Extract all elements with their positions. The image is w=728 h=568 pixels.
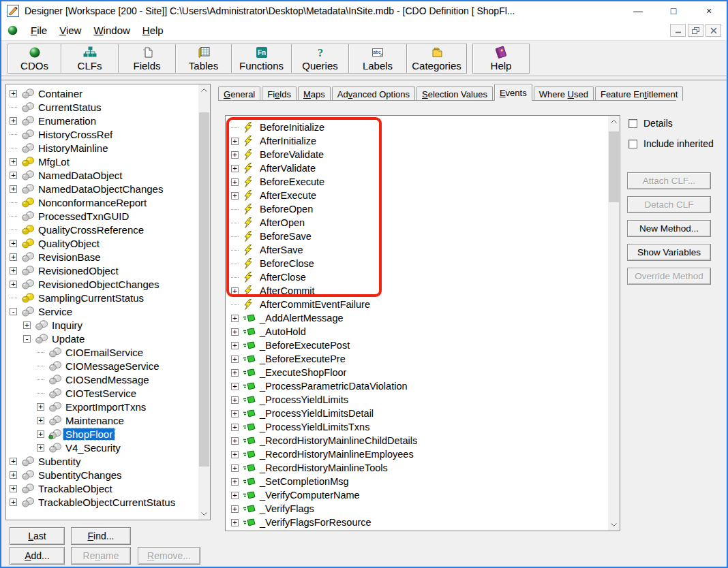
event-item-aftercommiteventfailure[interactable]: AfterCommitEventFailure (226, 298, 608, 311)
method-item-_processparametricdataviolation[interactable]: +_ProcessParametricDataViolation (226, 379, 608, 393)
tree-expand-plus-icon[interactable]: + (231, 287, 239, 295)
toolbar-button-queries[interactable]: ?Queries (291, 44, 349, 74)
event-item-aftercommit[interactable]: +AfterCommit (226, 284, 608, 298)
method-item-_verifyflags[interactable]: +_VerifyFlags (226, 502, 608, 516)
method-item-_verifycomputername[interactable]: +_VerifyComputerName (226, 488, 608, 502)
event-item-aftervalidate[interactable]: +AfterValidate (226, 161, 608, 175)
minimize-icon[interactable]: — (620, 1, 656, 20)
menu-window[interactable]: Window (87, 22, 136, 39)
method-item-_recordhistorymainlinechilddetails[interactable]: +_RecordHistoryMainlineChildDetails (226, 434, 608, 447)
tree-expand-plus-icon[interactable]: + (10, 172, 17, 179)
tree-expand-plus-icon[interactable]: + (10, 240, 17, 247)
event-item-afterexecute[interactable]: +AfterExecute (226, 189, 608, 202)
tree-expand-plus-icon[interactable]: + (231, 464, 239, 472)
tree-expand-plus-icon[interactable]: + (231, 437, 239, 445)
toolbar-button-labels[interactable]: abcLabels (348, 44, 407, 74)
tree-item-qualityobject[interactable]: +QualityObject (6, 236, 198, 250)
scroll-down-icon[interactable] (198, 508, 210, 520)
tree-expand-plus-icon[interactable]: + (23, 321, 31, 329)
events-scrollbar[interactable] (608, 116, 620, 531)
event-item-beforeexecute[interactable]: +BeforeExecute (226, 175, 608, 189)
details-checkbox[interactable] (628, 119, 637, 128)
last-button[interactable]: Last (10, 527, 65, 545)
tree-item-trackableobject[interactable]: +TrackableObject (6, 482, 198, 495)
method-item-_beforeexecutepre[interactable]: +_BeforeExecutePre (226, 352, 608, 366)
tree-item-historymainline[interactable]: HistoryMainline (6, 141, 198, 155)
tree-item-mfglot[interactable]: +MfgLot (6, 155, 198, 168)
tab-feature-entitlement[interactable]: Feature Entitlement (595, 86, 683, 101)
tree-item-cioemailservice[interactable]: CIOEmailService (6, 345, 198, 359)
tree-expand-plus-icon[interactable]: + (231, 451, 239, 458)
mdi-close-icon[interactable] (706, 24, 721, 37)
tree-expand-plus-icon[interactable]: + (231, 192, 239, 200)
toolbar-button-cdos[interactable]: CDOs (7, 44, 61, 74)
tab-fields[interactable]: Fields (262, 86, 297, 101)
events-scrollbar-thumb[interactable] (609, 131, 619, 202)
tree-collapse-minus-icon[interactable]: - (10, 308, 17, 315)
event-item-beforeclose[interactable]: BeforeClose (226, 257, 608, 270)
tree-item-samplingcurrentstatus[interactable]: SamplingCurrentStatus (6, 291, 198, 304)
event-item-beforevalidate[interactable]: +BeforeValidate (226, 148, 608, 161)
tree-item-subentitychanges[interactable]: +SubentityChanges (6, 468, 198, 482)
tree-item-exportimporttxns[interactable]: +ExportImportTxns (6, 400, 198, 413)
tree-expand-plus-icon[interactable]: + (37, 444, 44, 452)
tree-item-revisionedobject[interactable]: +RevisionedObject (6, 264, 198, 277)
show-variables-button[interactable]: Show Variables (627, 244, 711, 261)
toolbar-button-clfs[interactable]: CLFs (61, 44, 119, 74)
tree-item-qualitycrossreference[interactable]: QualityCrossReference (6, 223, 198, 236)
tree-expand-plus-icon[interactable]: + (10, 90, 17, 97)
new-method-button[interactable]: New Method... (627, 220, 711, 237)
title-bar[interactable]: Designer [Workspace [200 - Site]] C:\Use… (1, 1, 727, 20)
method-item-_processyieldlimitstxns[interactable]: +_ProcessYieldLimitsTxns (226, 420, 608, 434)
tree-expand-plus-icon[interactable]: + (231, 356, 239, 363)
method-item-_addalertmessage[interactable]: +_AddAlertMessage (226, 311, 608, 325)
tree-item-v4_security[interactable]: +V4_Security (6, 441, 198, 454)
tree-item-currentstatus[interactable]: CurrentStatus (6, 100, 198, 114)
event-item-beforeopen[interactable]: BeforeOpen (226, 202, 608, 216)
method-item-_setcompletionmsg[interactable]: +_SetCompletionMsg (226, 475, 608, 488)
tree-item-service[interactable]: -Service (6, 304, 198, 318)
tree-expand-plus-icon[interactable]: + (10, 471, 17, 479)
tree-item-subentity[interactable]: +Subentity (6, 454, 198, 468)
toolbar-button-tables[interactable]: Tables (175, 44, 232, 74)
method-item-_autohold[interactable]: +_AutoHold (226, 325, 608, 338)
tree-item-processedtxnguid[interactable]: ProcessedTxnGUID (6, 209, 198, 223)
tree-item-enumeration[interactable]: +Enumeration (6, 114, 198, 127)
tree-scrollbar-thumb[interactable] (199, 112, 209, 467)
include-inherited-checkbox[interactable] (628, 140, 637, 148)
tab-maps[interactable]: Maps (298, 86, 331, 101)
tree-expand-plus-icon[interactable]: + (231, 178, 239, 186)
tree-expand-plus-icon[interactable]: + (231, 505, 239, 513)
close-icon[interactable]: × (691, 1, 727, 20)
tree-item-historycrossref[interactable]: HistoryCrossRef (6, 127, 198, 141)
toolbar-button-fields[interactable]: Fields (118, 44, 176, 74)
tree-expand-plus-icon[interactable]: + (10, 253, 17, 261)
event-item-afterinitialize[interactable]: +AfterInitialize (226, 134, 608, 148)
toolbar-button-categories[interactable]: Categories (406, 44, 467, 74)
tree-expand-plus-icon[interactable]: + (10, 158, 17, 165)
tree-expand-plus-icon[interactable]: + (231, 151, 239, 159)
event-item-aftersave[interactable]: AfterSave (226, 243, 608, 257)
method-item-_processyieldlimitsdetail[interactable]: +_ProcessYieldLimitsDetail (226, 407, 608, 420)
tree-item-container[interactable]: +Container (6, 86, 198, 100)
tree-expand-plus-icon[interactable]: + (37, 430, 44, 438)
mdi-minimize-icon[interactable] (670, 24, 686, 37)
tree-expand-plus-icon[interactable]: + (231, 369, 239, 377)
tree-item-ciosendmessage[interactable]: CIOSendMessage (6, 373, 198, 386)
event-item-afteropen[interactable]: AfterOpen (226, 216, 608, 230)
tree-expand-plus-icon[interactable]: + (10, 485, 17, 492)
event-item-beforesave[interactable]: BeforeSave (226, 230, 608, 243)
tree-expand-plus-icon[interactable]: + (10, 281, 17, 288)
tab-general[interactable]: General (218, 86, 260, 101)
menu-view[interactable]: View (53, 22, 87, 39)
scroll-up-icon[interactable] (608, 116, 620, 127)
find-button[interactable]: Find... (71, 527, 131, 545)
event-item-beforeinitialize[interactable]: BeforeInitialize (226, 121, 608, 134)
toolbar-button-help[interactable]: Help (472, 44, 530, 74)
tree-expand-plus-icon[interactable]: + (10, 117, 17, 125)
add-button[interactable]: Add... (10, 547, 65, 565)
method-item-_verifyflagsforresource[interactable]: +_VerifyFlagsForResource (226, 516, 608, 529)
menu-file[interactable]: File (25, 22, 53, 39)
tree-item-update[interactable]: -Update (6, 332, 198, 345)
tree-item-revisionedobjectchanges[interactable]: +RevisionedObjectChanges (6, 277, 198, 291)
